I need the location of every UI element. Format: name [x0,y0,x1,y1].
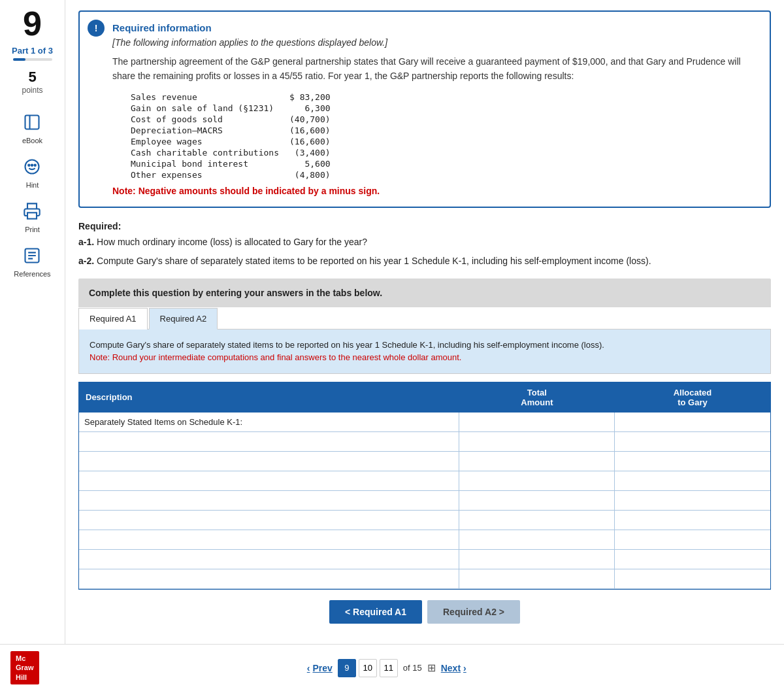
total-input[interactable] [459,550,614,569]
answer-row-allocated[interactable] [615,530,770,550]
allocated-input[interactable] [615,491,770,510]
part-label: Part 1 of 3 [12,46,53,56]
question-number: 9 [23,7,42,41]
total-input[interactable] [459,413,614,432]
answer-row-label: Separately Stated Items on Schedule K-1: [79,413,459,432]
answer-row-allocated[interactable] [615,432,770,452]
answer-table-row [79,432,770,452]
answer-row-allocated[interactable] [615,491,770,511]
info-body: The partnership agreement of the G&P gen… [112,54,759,84]
answer-row-allocated[interactable] [615,550,770,569]
references-label: References [14,270,50,278]
answer-row-total[interactable] [459,452,615,471]
tab-required-a2[interactable]: Required A2 [149,308,218,329]
answer-row-total[interactable] [459,511,615,530]
svg-rect-6 [27,212,37,218]
answer-row-total[interactable] [459,413,615,432]
financial-row: Cost of goods sold(40,700) [125,114,336,125]
financial-row: Depreciation–MACRS(16,600) [125,125,336,136]
financial-row: Other expenses(4,800) [125,169,336,180]
allocated-input[interactable] [615,432,770,451]
allocated-input[interactable] [615,471,770,490]
answer-row-label [79,432,459,452]
points-value: 5 [28,69,36,86]
allocated-input[interactable] [615,530,770,549]
answer-table-wrapper: Description TotalAmount Allocatedto Gary… [78,382,771,590]
allocated-input[interactable] [615,413,770,432]
sidebar-item-hint[interactable]: Hint [20,155,44,189]
required-item-a1: a-1. How much ordinary income (loss) is … [78,235,771,249]
answer-table-header: Description TotalAmount Allocatedto Gary [79,382,770,413]
answer-row-allocated[interactable] [615,511,770,530]
financial-row: Sales revenue$ 83,200 [125,92,336,103]
info-title: Required information [112,22,759,33]
hint-icon [20,155,44,178]
bottom-tab-req-a1[interactable]: < Required A1 [329,600,422,624]
tab-required-a1[interactable]: Required A1 [78,308,148,329]
allocated-input[interactable] [615,550,770,569]
answer-table-row [79,471,770,491]
complete-banner: Complete this question by entering your … [78,278,771,307]
answer-row-total[interactable] [459,432,615,452]
svg-point-5 [35,165,36,166]
answer-table-row [79,530,770,550]
financial-value: (3,400) [284,147,336,158]
sidebar-item-print[interactable]: Print [20,199,44,233]
svg-point-2 [25,160,39,174]
allocated-input[interactable] [615,511,770,530]
sidebar-item-ebook[interactable]: eBook [20,110,44,144]
required-section: Required: a-1. How much ordinary income … [78,221,771,268]
points-label: points [22,86,42,95]
answer-row-allocated[interactable] [615,471,770,491]
total-input[interactable] [459,530,614,549]
answer-table-row: Separately Stated Items on Schedule K-1: [79,413,770,432]
financial-label: Other expenses [125,169,284,180]
answer-row-total[interactable] [459,530,615,550]
answer-row-total[interactable] [459,550,615,569]
allocated-input[interactable] [615,452,770,471]
page-number-button[interactable]: 10 [359,659,377,677]
answer-row-total[interactable] [459,569,615,589]
answer-row-label [79,511,459,530]
allocated-input[interactable] [615,569,770,588]
total-input[interactable] [459,432,614,451]
answer-row-allocated[interactable] [615,452,770,471]
page-number-button[interactable]: 9 [338,659,356,677]
main-content: ! Required information [The following in… [65,0,784,691]
financial-value: (16,600) [284,125,336,136]
answer-row-allocated[interactable] [615,413,770,432]
next-button[interactable]: Next › [441,663,466,673]
total-input[interactable] [459,452,614,471]
req-text-a1: How much ordinary income (loss) is alloc… [97,237,367,247]
print-icon [20,199,44,223]
financial-value: (4,800) [284,169,336,180]
ebook-label: eBook [22,137,42,144]
req-label-a2: a-2. [78,256,94,266]
total-input[interactable] [459,491,614,510]
sidebar-item-references[interactable]: References [14,244,50,278]
financial-label: Cash charitable contributions [125,147,284,158]
svg-point-3 [29,165,30,166]
total-input[interactable] [459,471,614,490]
answer-row-total[interactable] [459,491,615,511]
answer-row-allocated[interactable] [615,569,770,589]
bottom-tabs: < Required A1 Required A2 > [78,600,771,624]
answer-row-label [79,569,459,589]
answer-row-label [79,530,459,550]
answer-table-row [79,452,770,471]
total-input[interactable] [459,569,614,588]
answer-table-row [79,491,770,511]
financial-label: Municipal bond interest [125,158,284,169]
mcgraw-logo: Mc Graw Hill [10,651,39,684]
prev-button[interactable]: ‹ Prev [307,663,333,673]
answer-row-total[interactable] [459,471,615,491]
financial-value: 6,300 [284,103,336,114]
financial-label: Gain on sale of land (§1231) [125,103,284,114]
grid-icon[interactable]: ⊞ [427,662,436,674]
total-input[interactable] [459,511,614,530]
page-number-button[interactable]: 11 [380,659,398,677]
svg-point-4 [31,165,33,166]
bottom-tab-req-a2[interactable]: Required A2 > [427,600,520,624]
financial-label: Depreciation–MACRS [125,125,284,136]
ebook-icon [20,110,44,134]
